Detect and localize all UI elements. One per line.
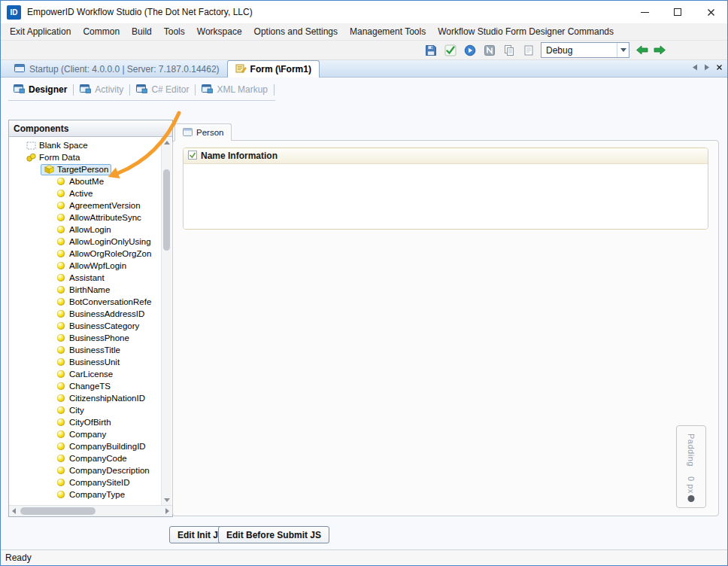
tree-item-label: AllowWpfLogin: [69, 261, 126, 270]
tree-item-businessaddressid[interactable]: BusinessAddressID: [9, 308, 160, 320]
groupbox-body[interactable]: [184, 164, 708, 229]
tab-scroll-left-icon[interactable]: [692, 64, 698, 71]
tree-item-content: BusinessTitle: [53, 345, 123, 356]
combobox-dropdown-button[interactable]: [617, 43, 629, 57]
tab-designer[interactable]: Designer: [8, 82, 72, 97]
tree-item-companydescription[interactable]: CompanyDescription: [9, 464, 160, 476]
copy-icon[interactable]: [502, 43, 517, 58]
tree-item-allowloginonlyusing[interactable]: AllowLoginOnlyUsing: [9, 236, 160, 248]
tree-horizontal-scrollbar[interactable]: [9, 505, 172, 516]
designer-tab-bar: DesignerActivityC# EditorXML Markup: [8, 82, 275, 101]
tree-item-city[interactable]: City: [9, 404, 160, 416]
tab-scroll-right-icon[interactable]: [704, 64, 710, 71]
tree-item-cityofbirth[interactable]: CityOfBirth: [9, 416, 160, 428]
tree-item-targetperson[interactable]: TargetPerson: [9, 163, 160, 175]
tree-item-label: CompanyType: [69, 490, 125, 499]
startup-tab-label: Startup (Client: 4.0.0.0 | Server: 7.187…: [29, 64, 220, 75]
tree-item-label: City: [69, 406, 84, 415]
menu-exit-application[interactable]: Exit Application: [4, 24, 77, 39]
tree-item-citizenshipnationid[interactable]: CitizenshipNationID: [9, 392, 160, 404]
forward-icon[interactable]: [652, 43, 667, 58]
menu-common[interactable]: Common: [77, 24, 126, 39]
tree-item-label: BotConversationRefe: [69, 297, 151, 306]
tree-item-botconversationrefe[interactable]: BotConversationRefe: [9, 296, 160, 308]
tree-item-active[interactable]: Active: [9, 187, 160, 199]
tab-person[interactable]: Person: [174, 123, 232, 141]
menu-build[interactable]: Build: [126, 24, 158, 39]
tree-item-assistant[interactable]: Assistant: [9, 272, 160, 284]
tree-item-content: CarLicense: [53, 369, 116, 380]
tree-vertical-scrollbar[interactable]: [161, 138, 171, 505]
tree-item-form-data[interactable]: Form Data: [9, 151, 160, 163]
tree-item-businessunit[interactable]: BusinessUnit: [9, 356, 160, 368]
tree-item-content: CityOfBirth: [53, 417, 114, 428]
tree-item-companytype[interactable]: CompanyType: [9, 488, 160, 501]
debug-combobox[interactable]: Debug: [541, 42, 629, 58]
groupbox-header[interactable]: Name Information: [184, 148, 708, 164]
save-icon[interactable]: [423, 43, 438, 58]
tab-startup[interactable]: Startup (Client: 4.0.0.0 | Server: 7.187…: [7, 61, 227, 77]
tab-c-editor[interactable]: C# Editor: [131, 82, 194, 97]
minimize-button[interactable]: [628, 1, 661, 23]
tab-activity[interactable]: Activity: [74, 82, 129, 97]
run-icon[interactable]: [463, 43, 478, 58]
tree-item-companysiteid[interactable]: CompanySiteID: [9, 476, 160, 488]
tree-item-birthname[interactable]: BirthName: [9, 284, 160, 296]
form-tab-icon: [235, 63, 247, 75]
scroll-right-icon[interactable]: [165, 508, 169, 514]
new-icon[interactable]: [482, 43, 497, 58]
back-icon[interactable]: [634, 43, 649, 58]
close-button[interactable]: [694, 1, 727, 23]
tree-item-businesscategory[interactable]: BusinessCategory: [9, 320, 160, 332]
group-checkbox-icon[interactable]: [188, 149, 197, 163]
tree-item-label: BusinessTitle: [69, 345, 120, 355]
tree-item-label: CompanySiteID: [69, 478, 130, 487]
toolbar: Debug: [1, 41, 727, 60]
tree-item-content: City: [53, 405, 87, 416]
tree-item-content: CitizenshipNationID: [53, 393, 148, 404]
tab-xml-markup[interactable]: XML Markup: [196, 82, 273, 97]
maximize-button[interactable]: [661, 1, 694, 23]
tree-item-changets[interactable]: ChangeTS: [9, 380, 160, 392]
tab-close-icon[interactable]: [716, 64, 723, 71]
horizontal-scrollbar-thumb[interactable]: [20, 507, 96, 515]
window-controls: [628, 1, 727, 23]
tree-item-carlicense[interactable]: CarLicense: [9, 368, 160, 380]
scroll-up-icon[interactable]: [164, 141, 170, 145]
tree-item-companybuildingid[interactable]: CompanyBuildingID: [9, 440, 160, 452]
menu-tools[interactable]: Tools: [158, 24, 191, 39]
window-title: EmpowerID Workflow Studio (The Dot Net F…: [27, 7, 253, 17]
menu-workflow-studio-form-designer-commands[interactable]: Workflow Studio Form Designer Commands: [432, 24, 620, 39]
tree-item-allowlogin[interactable]: AllowLogin: [9, 224, 160, 236]
menu-workspace[interactable]: Workspace: [191, 24, 248, 39]
scroll-left-icon[interactable]: [12, 508, 16, 514]
tree-item-allowwpflogin[interactable]: AllowWpfLogin: [9, 260, 160, 272]
validate-icon[interactable]: [443, 43, 458, 58]
tree-item-companycode[interactable]: CompanyCode: [9, 452, 160, 464]
tree-item-businessphone[interactable]: BusinessPhone: [9, 332, 160, 344]
form-design-canvas[interactable]: Name Information Padding 0 px: [172, 140, 719, 516]
tree-item-company[interactable]: Company: [9, 428, 160, 440]
tree-item-label: Company: [69, 430, 106, 439]
components-tree: Blank SpaceForm DataTargetPersonAboutMeA…: [9, 137, 172, 505]
tree-item-blank-space[interactable]: Blank Space: [9, 139, 160, 151]
tree-item-agreementversion[interactable]: AgreementVersion: [9, 199, 160, 211]
tree-item-label: CarLicense: [69, 370, 113, 379]
paste-icon[interactable]: [521, 43, 536, 58]
tree-item-aboutme[interactable]: AboutMe: [9, 175, 160, 187]
field-icon: [56, 202, 66, 209]
padding-indicator[interactable]: Padding 0 px: [676, 425, 706, 508]
menu-management-tools[interactable]: Management Tools: [344, 24, 432, 39]
person-tab-label: Person: [196, 128, 223, 137]
tree-item-content: Active: [53, 188, 96, 199]
tree-item-businesstitle[interactable]: BusinessTitle: [9, 344, 160, 356]
menu-options-and-settings[interactable]: Options and Settings: [248, 24, 344, 39]
tree-item-alloworgroleorgzon[interactable]: AllowOrgRoleOrgZon: [9, 248, 160, 260]
edit-before-submit-js-button[interactable]: Edit Before Submit JS: [218, 526, 329, 543]
tree-item-allowattributesync[interactable]: AllowAttributeSync: [9, 211, 160, 224]
vertical-scrollbar-thumb[interactable]: [163, 169, 170, 251]
padding-handle-dot[interactable]: [688, 495, 695, 502]
tree-item-label: BusinessUnit: [69, 358, 120, 367]
scroll-down-icon[interactable]: [164, 498, 170, 502]
tab-form[interactable]: Form (\Form1): [227, 60, 320, 78]
